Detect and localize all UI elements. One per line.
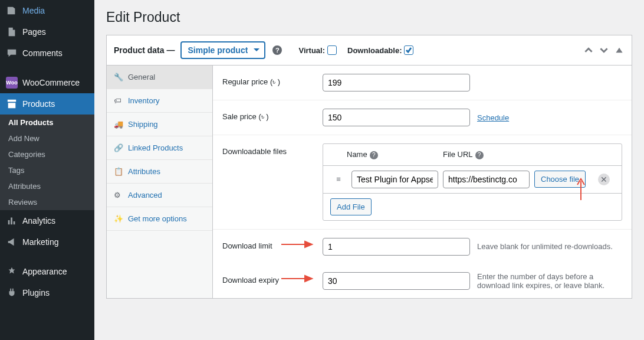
media-icon xyxy=(6,5,18,17)
page-title: Edit Product xyxy=(106,0,632,35)
tab-linked-products[interactable]: 🔗Linked Products xyxy=(107,136,212,160)
download-limit-hint: Leave blank for unlimited re-downloads. xyxy=(477,242,613,251)
sidebar-item-label: Analytics xyxy=(22,216,55,225)
help-icon[interactable]: ? xyxy=(475,151,484,159)
file-name-input[interactable] xyxy=(351,171,438,188)
sidebar-item-label: Comments xyxy=(22,48,63,58)
panel-title: Product data — xyxy=(114,45,175,55)
sidebar-item-appearance[interactable]: Appearance xyxy=(0,261,94,282)
download-limit-label: Download limit xyxy=(222,238,323,250)
sidebar-item-label: Appearance xyxy=(22,267,67,276)
panel-collapse-icon[interactable] xyxy=(614,45,625,55)
list-icon: 📋 xyxy=(114,167,123,176)
downloadable-files-table: Name? File URL? ≡ Choose file xyxy=(323,143,622,221)
sidebar-item-analytics[interactable]: Analytics xyxy=(0,210,94,231)
sidebar-item-marketing[interactable]: Marketing xyxy=(0,231,94,253)
product-type-select[interactable]: Simple product xyxy=(180,41,265,59)
sidebar-item-media[interactable]: Media xyxy=(0,0,94,21)
file-row: ≡ Choose file ✕ xyxy=(323,166,622,194)
download-expiry-input[interactable] xyxy=(323,272,470,290)
marketing-icon xyxy=(6,236,18,248)
woocommerce-icon: Woo xyxy=(6,77,18,89)
add-file-button[interactable]: Add File xyxy=(330,198,372,215)
products-submenu: All Products Add New Categories Tags Att… xyxy=(0,115,94,210)
help-icon[interactable]: ? xyxy=(272,45,282,55)
submenu-attributes[interactable]: Attributes xyxy=(0,178,94,194)
link-icon: 🔗 xyxy=(114,143,123,152)
sidebar-item-pages[interactable]: Pages xyxy=(0,21,94,42)
tab-get-more[interactable]: ✨Get more options xyxy=(107,207,212,231)
sidebar-item-comments[interactable]: Comments xyxy=(0,42,94,64)
downloadable-checkbox[interactable] xyxy=(404,45,413,55)
files-header: Name? File URL? xyxy=(323,144,622,166)
sidebar-item-woocommerce[interactable]: Woo WooCommerce xyxy=(0,72,94,93)
panel-header: Product data — Simple product ? Virtual:… xyxy=(107,35,632,66)
sidebar-item-plugins[interactable]: Plugins xyxy=(0,282,94,303)
download-expiry-hint: Enter the number of days before a downlo… xyxy=(477,272,619,290)
sale-price-label: Sale price (৳ ) xyxy=(222,109,323,122)
panel-down-icon[interactable] xyxy=(599,45,609,55)
sidebar-item-label: Products xyxy=(22,99,55,109)
admin-sidebar: Media Pages Comments Woo WooCommerce Pro… xyxy=(0,0,94,340)
appearance-icon xyxy=(6,266,18,277)
schedule-link[interactable]: Schedule xyxy=(477,113,509,122)
tag-icon: 🏷 xyxy=(114,96,123,105)
sidebar-item-label: Pages xyxy=(22,27,46,37)
submenu-all-products[interactable]: All Products xyxy=(0,115,94,130)
main-content: Edit Product Product data — Simple produ… xyxy=(94,0,644,340)
help-icon[interactable]: ? xyxy=(370,151,378,159)
regular-price-label: Regular price (৳ ) xyxy=(222,74,323,87)
sidebar-item-label: Plugins xyxy=(22,288,50,298)
panel-up-icon[interactable] xyxy=(583,45,594,55)
virtual-checkbox[interactable] xyxy=(327,45,337,55)
wrench-icon: 🔧 xyxy=(114,73,123,81)
page-icon xyxy=(6,26,18,38)
drag-handle-icon[interactable]: ≡ xyxy=(330,175,347,184)
products-icon xyxy=(6,98,18,110)
submenu-reviews[interactable]: Reviews xyxy=(0,194,94,210)
choose-file-button[interactable]: Choose file xyxy=(534,171,586,188)
sale-price-input[interactable] xyxy=(323,109,470,126)
file-url-input[interactable] xyxy=(443,171,530,188)
sidebar-item-products[interactable]: Products xyxy=(0,93,94,115)
spark-icon: ✨ xyxy=(114,214,123,223)
truck-icon: 🚚 xyxy=(114,120,123,129)
tab-attributes[interactable]: 📋Attributes xyxy=(107,160,212,184)
gear-icon: ⚙ xyxy=(114,191,123,200)
regular-price-input[interactable] xyxy=(323,74,470,91)
submenu-add-new[interactable]: Add New xyxy=(0,130,94,146)
tab-general[interactable]: 🔧General xyxy=(107,66,212,89)
download-expiry-label: Download expiry xyxy=(222,272,323,285)
plugins-icon xyxy=(6,287,18,299)
submenu-tags[interactable]: Tags xyxy=(0,162,94,178)
download-files-label: Downloadable files xyxy=(222,143,323,156)
sidebar-item-label: WooCommerce xyxy=(22,78,80,87)
sidebar-item-label: Media xyxy=(22,6,45,15)
download-limit-input[interactable] xyxy=(323,238,470,256)
product-form: Regular price (৳ ) Sale price (৳ ) Sched… xyxy=(213,66,632,298)
tab-advanced[interactable]: ⚙Advanced xyxy=(107,184,212,207)
tab-inventory[interactable]: 🏷Inventory xyxy=(107,89,212,113)
sidebar-item-label: Marketing xyxy=(22,237,58,247)
analytics-icon xyxy=(6,215,18,227)
delete-file-button[interactable]: ✕ xyxy=(598,174,610,185)
downloadable-toggle[interactable]: Downloadable: xyxy=(347,45,413,55)
submenu-categories[interactable]: Categories xyxy=(0,146,94,162)
virtual-toggle[interactable]: Virtual: xyxy=(298,45,337,55)
product-data-panel: Product data — Simple product ? Virtual:… xyxy=(106,35,632,299)
comment-icon xyxy=(6,47,18,59)
product-data-tabs: 🔧General 🏷Inventory 🚚Shipping 🔗Linked Pr… xyxy=(107,66,213,298)
tab-shipping[interactable]: 🚚Shipping xyxy=(107,113,212,136)
